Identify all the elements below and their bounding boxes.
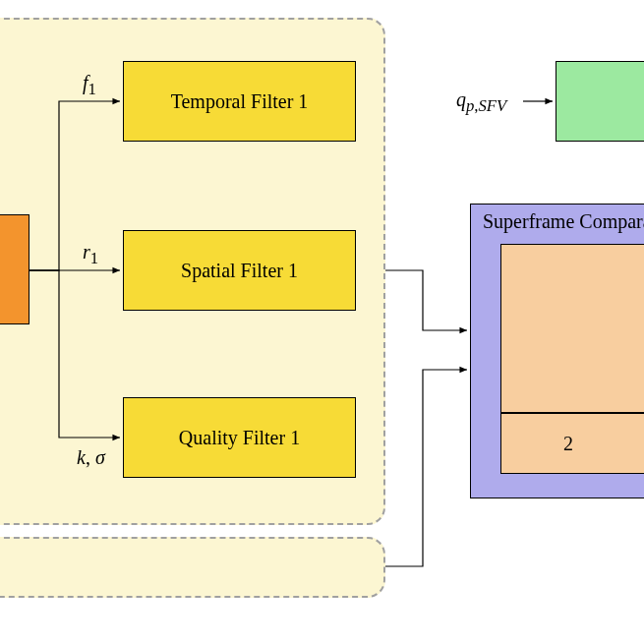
- superframe-title: Superframe Comparator: [483, 210, 644, 233]
- spatial-filter-label: Spatial Filter 1: [181, 260, 298, 282]
- superframe-panel: Superframe Comparator 2: [470, 204, 644, 498]
- arrow-filters-to-superframe-upper: [385, 270, 467, 330]
- arrow-secondary-to-superframe-lower: [385, 370, 467, 566]
- edge-label-f1: f1: [83, 72, 96, 99]
- edge-label-ksigma: k, σ: [77, 446, 105, 469]
- edge-label-qpsfv: qp,SFV: [456, 88, 506, 116]
- spatial-filter-block: Spatial Filter 1: [123, 230, 356, 311]
- source-block: [0, 214, 29, 324]
- secondary-group-panel: [0, 537, 385, 598]
- superframe-upper-cell: [500, 244, 644, 413]
- edge-label-r1: r1: [83, 241, 98, 268]
- temporal-filter-label: Temporal Filter 1: [171, 90, 309, 113]
- sfv-block: [556, 61, 644, 142]
- superframe-lower-cell: 2: [500, 413, 644, 474]
- temporal-filter-block: Temporal Filter 1: [123, 61, 356, 142]
- quality-filter-label: Quality Filter 1: [179, 427, 300, 449]
- quality-filter-block: Quality Filter 1: [123, 397, 356, 478]
- superframe-cell-value: 2: [563, 433, 573, 455]
